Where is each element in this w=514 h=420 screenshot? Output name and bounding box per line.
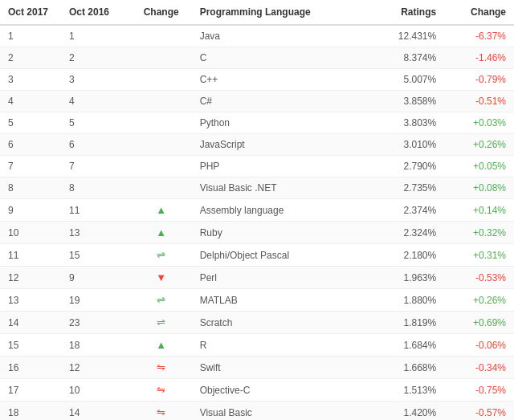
header-oct2016: Oct 2016: [61, 0, 131, 25]
change-value: +0.08%: [444, 177, 514, 199]
table-row: 5 5 Python 3.803% +0.03%: [0, 112, 514, 134]
language-name: Ruby: [192, 222, 366, 244]
double-arrow-down-icon: ⇋: [157, 361, 165, 373]
change-value: -1.46%: [444, 47, 514, 69]
change-value: +0.31%: [444, 244, 514, 267]
rank-2016: 4: [61, 91, 131, 112]
rank-2016: 23: [61, 312, 131, 334]
table-row: 9 11 ▲ Assembly language 2.374% +0.14%: [0, 199, 514, 222]
rank-2017: 5: [0, 112, 61, 134]
rank-change-arrow: [131, 134, 192, 156]
table-row: 4 4 C# 3.858% -0.51%: [0, 91, 514, 112]
rank-change-arrow: ⇋: [131, 357, 192, 379]
rank-change-arrow: ⇌: [131, 312, 192, 334]
language-name: Perl: [192, 267, 366, 289]
language-name: Java: [192, 25, 366, 47]
rank-2016: 18: [61, 334, 131, 357]
rank-change-arrow: [131, 177, 192, 199]
rank-2017: 10: [0, 222, 61, 244]
rank-change-arrow: ▲: [131, 222, 192, 244]
rank-change-arrow: ▼: [131, 267, 192, 289]
rank-2017: 13: [0, 289, 61, 312]
language-name: Swift: [192, 357, 366, 379]
language-name: Scratch: [192, 312, 366, 334]
language-name: Visual Basic: [192, 402, 366, 421]
header-change2: Change: [444, 0, 514, 25]
rank-2017: 7: [0, 156, 61, 177]
rating-value: 1.819%: [366, 312, 445, 334]
rank-2017: 15: [0, 334, 61, 357]
double-arrow-up-icon: ⇌: [157, 249, 165, 261]
rank-2017: 16: [0, 357, 61, 379]
change-value: -0.75%: [444, 379, 514, 402]
rank-2016: 3: [61, 69, 131, 91]
rank-2016: 14: [61, 402, 131, 421]
rank-change-arrow: [131, 47, 192, 69]
rank-2017: 17: [0, 379, 61, 402]
table-row: 10 13 ▲ Ruby 2.324% +0.32%: [0, 222, 514, 244]
double-arrow-down-icon: ⇋: [157, 384, 165, 396]
change-value: -0.53%: [444, 267, 514, 289]
language-name: JavaScript: [192, 134, 366, 156]
arrow-down-icon: ▼: [156, 271, 166, 283]
rank-2016: 1: [61, 25, 131, 47]
rating-value: 3.858%: [366, 91, 445, 112]
change-value: -0.34%: [444, 357, 514, 379]
rank-2016: 15: [61, 244, 131, 267]
language-name: C#: [192, 91, 366, 112]
rank-2017: 1: [0, 25, 61, 47]
rating-value: 12.431%: [366, 25, 445, 47]
rank-change-arrow: [131, 25, 192, 47]
rank-change-arrow: [131, 91, 192, 112]
change-value: +0.03%: [444, 112, 514, 134]
change-value: -0.79%: [444, 69, 514, 91]
rating-value: 1.880%: [366, 289, 445, 312]
rating-value: 8.374%: [366, 47, 445, 69]
rank-2017: 18: [0, 402, 61, 421]
rank-change-arrow: ▲: [131, 199, 192, 222]
rating-value: 1.513%: [366, 379, 445, 402]
rank-2017: 9: [0, 199, 61, 222]
change-value: -6.37%: [444, 25, 514, 47]
change-value: +0.05%: [444, 156, 514, 177]
rating-value: 3.010%: [366, 134, 445, 156]
rank-2016: 2: [61, 47, 131, 69]
arrow-up-icon: ▲: [156, 204, 166, 216]
language-name: Delphi/Object Pascal: [192, 244, 366, 267]
rank-2016: 10: [61, 379, 131, 402]
double-arrow-up-icon: ⇌: [157, 316, 165, 328]
table-row: 8 8 Visual Basic .NET 2.735% +0.08%: [0, 177, 514, 199]
rank-change-arrow: ⇌: [131, 244, 192, 267]
arrow-up-icon: ▲: [156, 339, 166, 351]
table-header-row: Oct 2017 Oct 2016 Change Programming Lan…: [0, 0, 514, 25]
rank-2017: 11: [0, 244, 61, 267]
rank-change-arrow: ⇋: [131, 402, 192, 421]
table-row: 16 12 ⇋ Swift 1.668% -0.34%: [0, 357, 514, 379]
rank-change-arrow: ⇋: [131, 379, 192, 402]
rating-value: 1.963%: [366, 267, 445, 289]
change-value: -0.06%: [444, 334, 514, 357]
table-row: 13 19 ⇌ MATLAB 1.880% +0.26%: [0, 289, 514, 312]
language-name: C: [192, 47, 366, 69]
table-row: 3 3 C++ 5.007% -0.79%: [0, 69, 514, 91]
rank-2016: 7: [61, 156, 131, 177]
table-row: 12 9 ▼ Perl 1.963% -0.53%: [0, 267, 514, 289]
double-arrow-up-icon: ⇌: [157, 294, 165, 306]
table-row: 17 10 ⇋ Objective-C 1.513% -0.75%: [0, 379, 514, 402]
rank-2017: 6: [0, 134, 61, 156]
rank-2016: 19: [61, 289, 131, 312]
rating-value: 1.684%: [366, 334, 445, 357]
table-row: 14 23 ⇌ Scratch 1.819% +0.69%: [0, 312, 514, 334]
rating-value: 2.180%: [366, 244, 445, 267]
table-row: 7 7 PHP 2.790% +0.05%: [0, 156, 514, 177]
change-value: +0.69%: [444, 312, 514, 334]
rank-2017: 3: [0, 69, 61, 91]
double-arrow-down-icon: ⇋: [157, 406, 165, 418]
rank-2017: 2: [0, 47, 61, 69]
table-row: 11 15 ⇌ Delphi/Object Pascal 2.180% +0.3…: [0, 244, 514, 267]
rank-2016: 13: [61, 222, 131, 244]
rating-value: 2.374%: [366, 199, 445, 222]
rating-value: 3.803%: [366, 112, 445, 134]
header-ratings: Ratings: [366, 0, 445, 25]
rank-2017: 8: [0, 177, 61, 199]
